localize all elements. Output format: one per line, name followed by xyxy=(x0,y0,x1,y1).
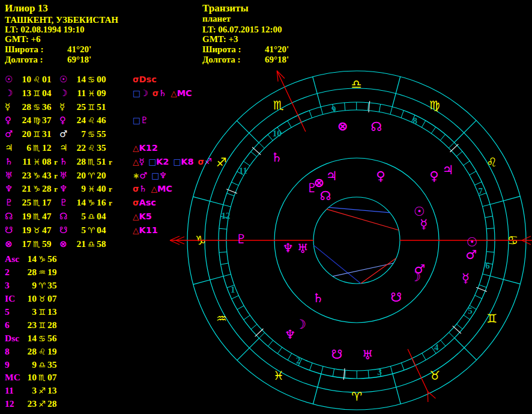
natal-mars-icon: ♂ xyxy=(414,262,425,276)
natal-jupiter-icon: ♃ xyxy=(326,169,337,183)
transit-jupiter-icon: ♃ xyxy=(443,163,454,177)
natal-mercury-icon: ☿ xyxy=(420,217,428,231)
house-number: 2 xyxy=(296,356,301,365)
natal-neptune-icon: ♆ xyxy=(282,241,294,255)
zodiac-sign-icon: ♒ xyxy=(216,311,227,326)
natal-snode-icon: ☋ xyxy=(390,290,402,305)
natal-sun-icon: ☉ xyxy=(414,204,425,219)
transit-neptune-icon: ♆ xyxy=(285,327,296,342)
zodiac-sign-icon: ♎ xyxy=(351,77,362,91)
house-number: 11 xyxy=(239,166,247,175)
transit-snode-icon: ☋ xyxy=(331,347,343,362)
house-number: 12 xyxy=(221,211,230,221)
zodiac-sign-icon: ♈ xyxy=(351,389,362,404)
house-number: 6 xyxy=(485,261,490,270)
transit-fortune-icon: ⊗ xyxy=(337,119,348,133)
natal-pluto-icon: ♇ xyxy=(306,181,318,195)
transit-moon-icon: ☽ xyxy=(295,317,306,332)
zodiac-sign-icon: ♉ xyxy=(429,368,440,383)
transit-saturn-icon: ♄ xyxy=(271,150,282,165)
zodiac-sign-icon: ♐ xyxy=(216,155,227,169)
house-number: 1 xyxy=(231,285,235,294)
transit-pluto-icon: ♇ xyxy=(236,232,247,246)
house-number: 4 xyxy=(434,342,439,352)
natal-venus-icon: ♀ xyxy=(376,169,385,183)
natal-saturn-icon: ♄ xyxy=(313,291,324,305)
transit-uranus-icon: ♅ xyxy=(362,348,373,362)
transit-mercury-icon: ☿ xyxy=(462,271,470,285)
zodiac-sign-icon: ♊ xyxy=(486,311,497,326)
house-number: 3 xyxy=(377,367,382,377)
zodiac-sign-icon: ♏ xyxy=(273,98,284,112)
chart-wheel: ♈♉♊♋♌♍♎♏♐♑♒♓123456789101112♃♀☊⊗♄♇♆☽☋♅☿♂☉… xyxy=(0,0,532,414)
zodiac-sign-icon: ♓ xyxy=(273,368,284,383)
house-number: 7 xyxy=(479,186,483,196)
house-number: 5 xyxy=(468,306,473,315)
transit-sun-icon: ☉ xyxy=(467,235,478,249)
house-number: 8 xyxy=(413,116,418,126)
zodiac-sign-icon: ♌ xyxy=(486,155,497,169)
natal-uranus-icon: ♅ xyxy=(297,242,309,256)
house-number: 10 xyxy=(273,129,282,138)
natal-node-icon: ☊ xyxy=(320,189,331,203)
transit-venus-icon: ♀ xyxy=(429,169,438,183)
astrology-app-screen: { "colors":{ "yellow":"#ffff00","magenta… xyxy=(0,0,532,414)
transit-node-icon: ☊ xyxy=(371,120,382,134)
zodiac-sign-icon: ♍ xyxy=(429,98,440,112)
house-number: 9 xyxy=(331,105,336,114)
